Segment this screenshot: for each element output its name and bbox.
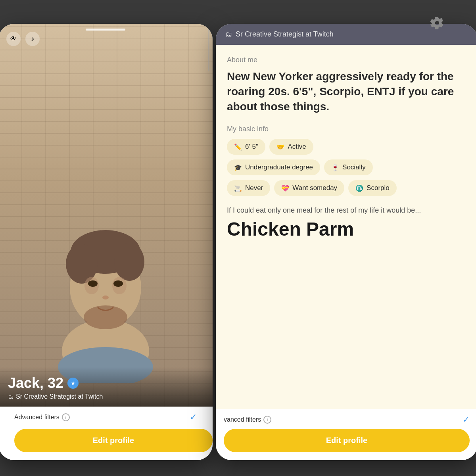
info-icon-right[interactable]: i — [263, 416, 271, 424]
checkmark-right: ✓ — [463, 415, 470, 425]
profile-name-row: Jack, 32 ★ — [8, 375, 203, 392]
about-me-label: About me — [227, 56, 466, 64]
profile-photo: 👁 ♪ Jack, 32 ★ 🗂 Sr Creative Strategist … — [0, 24, 213, 407]
active-tag: 🤝 Active — [269, 139, 313, 155]
right-scroll-bar — [208, 24, 209, 71]
advanced-filters-right[interactable]: vanced filters i — [224, 416, 271, 424]
smoking-label: Never — [245, 184, 263, 192]
star-sign-label: Scorpio — [367, 184, 390, 192]
job-title-left: Sr Creative Strategist at Twitch — [16, 393, 103, 400]
checkmark-left: ✓ — [190, 412, 197, 422]
spotify-icon: ♪ — [25, 32, 40, 46]
education-label: Undergraduate degree — [245, 163, 313, 171]
right-bottom-section: vanced filters i ✓ Edit profile — [216, 409, 476, 460]
education-icon: 🎓 — [234, 164, 242, 171]
kids-tag: 💝 Want someday — [274, 180, 344, 196]
top-band-job-text: Sr Creative Strategist at Twitch — [236, 30, 334, 38]
person-silhouette — [46, 200, 165, 383]
profile-name: Jack, 32 — [8, 375, 63, 392]
question-text: If I could eat only one meal for the res… — [227, 205, 466, 215]
screens-wrapper: 👁 ♪ Jack, 32 ★ 🗂 Sr Creative Strategist … — [0, 24, 476, 460]
right-main-content: About me New New Yorker aggressively rea… — [216, 45, 476, 409]
briefcase-icon: 🗂 — [8, 393, 13, 400]
advanced-filters-left[interactable]: Advanced filters i — [14, 413, 70, 421]
edit-profile-button-right[interactable]: Edit profile — [224, 429, 470, 452]
drinking-label: Socially — [342, 163, 366, 171]
profile-job: 🗂 Sr Creative Strategist at Twitch — [8, 393, 203, 400]
education-tag: 🎓 Undergraduate degree — [227, 159, 320, 175]
active-label: Active — [288, 143, 306, 151]
height-icon: ✏️ — [234, 143, 242, 151]
left-bottom-section: Advanced filters i ✓ Edit profile — [0, 407, 213, 460]
advanced-filters-label-left: Advanced filters — [14, 414, 60, 421]
smoking-icon: 🚬 — [234, 184, 242, 192]
right-phone-screen: 🗂 Sr Creative Strategist at Twitch About… — [216, 24, 476, 460]
svg-point-10 — [84, 305, 127, 329]
edit-profile-button-left[interactable]: Edit profile — [14, 429, 213, 452]
star-sign-tag: ♏ Scorpio — [348, 180, 397, 196]
about-me-text: New New Yorker aggressively ready for th… — [227, 69, 466, 114]
basic-info-label: My basic info — [227, 125, 466, 133]
drinking-tag: 🍷 Socially — [324, 159, 373, 175]
advanced-filters-label-right: vanced filters — [224, 416, 261, 423]
active-icon: 🤝 — [276, 143, 284, 151]
eyes-icon: 👁 — [6, 32, 21, 46]
star-icon: ★ — [71, 380, 76, 386]
svg-point-9 — [102, 296, 109, 299]
tags-row-1: ✏️ 6' 5'' 🤝 Active — [227, 139, 466, 155]
smoking-tag: 🚬 Never — [227, 180, 270, 196]
photo-overlay-icons: 👁 ♪ — [6, 32, 40, 46]
height-tag: ✏️ 6' 5'' — [227, 139, 265, 155]
kids-label: Want someday — [292, 184, 337, 192]
photo-scroll-indicator — [86, 29, 125, 31]
gear-icon[interactable] — [430, 16, 444, 30]
svg-point-8 — [113, 280, 123, 287]
answer-text: Chicken Parm — [227, 218, 466, 240]
left-screen-inner: 👁 ♪ Jack, 32 ★ 🗂 Sr Creative Strategist … — [0, 24, 213, 460]
top-band-job: 🗂 Sr Creative Strategist at Twitch — [225, 30, 334, 38]
svg-point-4 — [114, 243, 144, 281]
drinking-icon: 🍷 — [331, 164, 339, 171]
left-bottom-bar: Advanced filters i ✓ — [6, 407, 205, 429]
star-sign-icon: ♏ — [355, 184, 363, 192]
right-bottom-bar: vanced filters i ✓ — [216, 409, 476, 425]
svg-point-7 — [88, 280, 98, 287]
tags-row-2: 🎓 Undergraduate degree 🍷 Socially — [227, 159, 466, 175]
profile-info-overlay: Jack, 32 ★ 🗂 Sr Creative Strategist at T… — [0, 367, 213, 407]
left-phone-screen: 👁 ♪ Jack, 32 ★ 🗂 Sr Creative Strategist … — [0, 24, 213, 460]
gear-icon-container[interactable] — [430, 16, 444, 32]
height-label: 6' 5'' — [245, 143, 258, 151]
top-band-briefcase-icon: 🗂 — [225, 30, 232, 38]
blue-star-badge: ★ — [67, 378, 79, 389]
kids-icon: 💝 — [281, 184, 289, 192]
info-icon-left[interactable]: i — [62, 413, 70, 421]
tags-row-3: 🚬 Never 💝 Want someday ♏ Scorpio — [227, 180, 466, 196]
